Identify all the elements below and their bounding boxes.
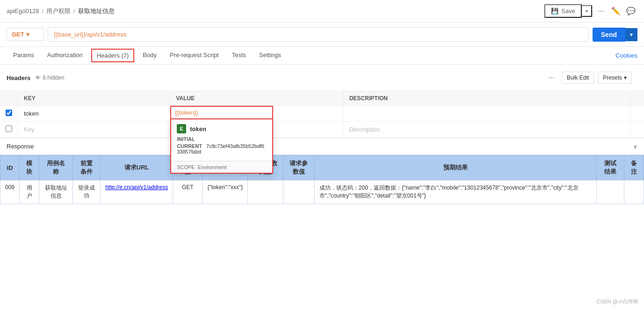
headers-title: Headers [7,74,30,81]
presets-button[interactable]: Presets ▾ [598,72,632,84]
cell-param-type [248,180,283,204]
save-button[interactable]: 💾 Save [544,4,582,18]
bulk-edit-button[interactable]: Bulk Edit [562,72,594,84]
cell-precond: 登录成功 [73,180,101,204]
row2-desc-cell: Description [343,122,630,138]
send-button[interactable]: Send [593,28,625,42]
col-id: ID [0,155,20,180]
cell-module: 用户 [20,180,39,204]
breadcrumb-item1[interactable]: apiEgo0128 [7,7,39,15]
row2-check-cell [0,122,18,138]
tab-params[interactable]: Params [7,47,41,64]
pencil-icon: ✏️ [611,7,621,15]
send-dropdown-button[interactable]: ▾ [625,28,637,41]
cell-test-result [596,180,624,204]
cell-type: GET [173,180,203,204]
cell-id: 009 [0,180,20,204]
scope-value: Environment [198,164,227,170]
more-dots-icon: ··· [598,7,604,15]
test-cases-table: ID 模块 用例名称 前置条件 请求URL 请求类型 请求头 请求参数类型 请求… [0,155,644,204]
row1-check-cell [0,106,18,122]
breadcrumb-sep1: / [42,7,43,15]
cell-url: http://e.cn/api/v1/address [101,180,173,204]
token-name: token [190,125,206,132]
row1-desc-cell [343,106,630,122]
headers-table: KEY VALUE DESCRIPTION token [0,91,644,138]
table-more-button[interactable]: ··· [545,71,558,84]
breadcrumb-sep2: / [73,7,75,15]
cell-expected: 成功，状态码：200，返回数据：{"name":"李白","mobile":"1… [315,180,597,204]
hidden-count: 6 hidden [43,74,64,81]
tab-tests[interactable]: Tests [225,47,253,64]
tab-headers[interactable]: Headers (7) [91,49,135,62]
headers-table-container: KEY VALUE DESCRIPTION token [0,91,644,138]
row2-delete-cell [630,122,644,138]
response-chevron-icon: ∨ [633,143,637,150]
col-notes: 备注 [624,155,644,180]
breadcrumb-item3: 获取地址信息 [78,7,115,15]
send-button-group: Send ▾ [593,28,637,42]
save-group: 💾 Save ▾ [544,4,593,18]
cookies-link[interactable]: Cookies [615,47,637,64]
autocomplete-item[interactable]: E token INITIAL CURRENT [171,119,272,161]
tab-settings[interactable]: Settings [253,47,288,64]
autocomplete-item-header: E token [177,124,267,133]
col-key: KEY [18,91,170,106]
url-input[interactable] [48,27,589,42]
response-title: Response [7,143,34,150]
save-label-text: Save [561,7,575,15]
value-input[interactable] [170,106,273,119]
col-actions [630,91,644,106]
url-bar: GET ▾ Send ▾ [0,22,644,47]
current-row: CURRENT 7c8c73ef43afb35b52bdf633857fabd [177,143,267,154]
bottom-table-header: ID 模块 用例名称 前置条件 请求URL 请求类型 请求头 请求参数类型 请求… [0,155,644,180]
test-case-row: 009 用户 获取地址信息 登录成功 http://e.cn/api/v1/ad… [0,180,644,204]
row2-key-cell: Key [18,122,170,138]
table-header-row: KEY VALUE DESCRIPTION [0,91,644,106]
row1-key: token [24,110,39,117]
tab-body[interactable]: Body [136,47,163,64]
autocomplete-scope: SCOPE Environment [171,161,272,173]
initial-row: INITIAL [177,136,267,142]
url-link[interactable]: http://e.cn/api/v1/address [105,184,168,191]
col-test-result: 测试结果 [596,155,624,180]
col-description: DESCRIPTION [343,91,630,106]
col-check [0,91,18,106]
top-right-buttons: 💾 Save ▾ ··· ✏️ 💬 [544,4,637,18]
col-url: 请求URL [101,155,173,180]
row1-checkbox[interactable] [6,110,12,116]
headers-section-header: Headers 👁 6 hidden ··· Bulk Edit Presets… [0,65,644,91]
row2-checkbox[interactable] [6,125,12,132]
table-actions: ··· Bulk Edit Presets ▾ [539,68,637,87]
autocomplete-container: E token INITIAL CURRENT [170,106,273,174]
breadcrumb-item2[interactable]: 用户权限 [46,7,71,15]
scope-label: SCOPE [177,164,195,170]
col-expected: 预期结果 [315,155,597,180]
method-chevron-icon: ▾ [26,31,29,38]
row1-delete-cell [630,106,644,122]
col-name: 用例名称 [39,155,73,180]
tab-authorization[interactable]: Authorization [41,47,89,64]
comment-button[interactable]: 💬 [624,5,637,18]
col-value: VALUE [170,91,344,106]
table-row: token E token [0,106,644,122]
save-caret-button[interactable]: ▾ [582,5,592,17]
comment-icon: 💬 [626,7,636,15]
cell-param-value [283,180,314,204]
env-badge: E [177,124,186,133]
response-section[interactable]: Response ∨ [0,138,644,155]
cell-name: 获取地址信息 [39,180,73,204]
cell-headers: {"token":"xxx"} [203,180,248,204]
request-tabs: Params Authorization Headers (7) Body Pr… [0,47,644,65]
row2-desc-placeholder: Description [349,126,380,133]
col-param-value: 请求参数值 [283,155,314,180]
more-options-button[interactable]: ··· [594,5,608,18]
edit-button[interactable]: ✏️ [609,5,622,18]
presets-chevron-icon: ▾ [624,74,627,81]
hidden-headers-badge: 👁 6 hidden [35,74,64,81]
method-selector[interactable]: GET ▾ [7,28,44,41]
tab-pre-request[interactable]: Pre-request Script [163,47,225,64]
row2-key-placeholder: Key [24,126,34,133]
col-precond: 前置条件 [73,155,101,180]
eye-icon: 👁 [35,74,41,81]
